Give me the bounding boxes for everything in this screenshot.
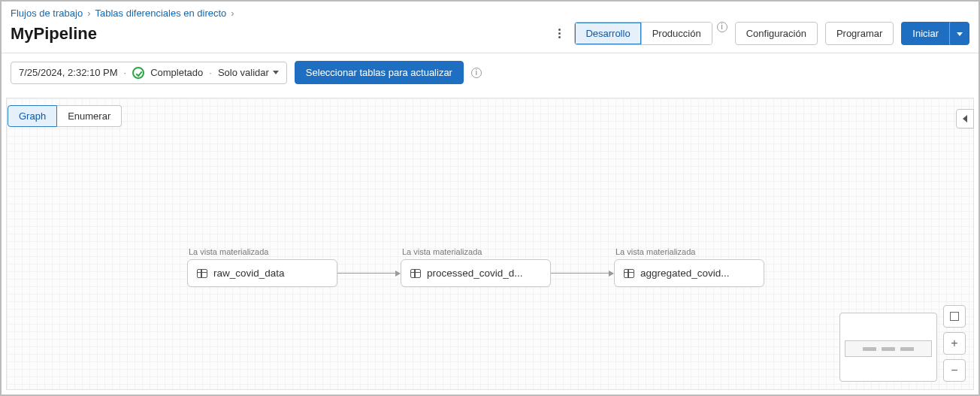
validate-only-dropdown[interactable]: Solo validar: [218, 67, 279, 78]
node-type-label: La vista materializada: [614, 247, 764, 256]
chevron-right-icon: ›: [87, 8, 90, 19]
tab-graph[interactable]: Graph: [8, 105, 57, 127]
info-icon[interactable]: i: [471, 68, 482, 78]
page-title: MyPipeline: [11, 24, 97, 44]
chevron-down-icon: [957, 32, 963, 36]
start-dropdown-button[interactable]: [950, 22, 969, 45]
breadcrumb: Flujos de trabajo › Tablas diferenciales…: [11, 8, 969, 19]
node-title: raw_covid_data: [213, 268, 285, 279]
schedule-button[interactable]: Programar: [825, 22, 894, 45]
node-type-label: La vista materializada: [401, 247, 551, 256]
chevron-right-icon: ›: [231, 8, 234, 19]
node-title: aggregated_covid...: [640, 268, 730, 279]
info-icon[interactable]: i: [717, 22, 727, 32]
edge: [337, 273, 400, 274]
more-options-button[interactable]: [555, 26, 564, 41]
chevron-down-icon: [273, 71, 279, 74]
chevron-left-icon: [963, 115, 967, 122]
edge: [551, 273, 613, 274]
node-type-label: La vista materializada: [187, 247, 337, 256]
breadcrumb-dlt[interactable]: Tablas diferenciales en directo: [95, 8, 226, 19]
zoom-out-button[interactable]: −: [943, 359, 966, 382]
node-processed-covid-data[interactable]: processed_covid_d...: [401, 259, 551, 287]
node-title: processed_covid_d...: [427, 268, 523, 279]
start-button[interactable]: Iniciar: [901, 22, 950, 45]
mode-development[interactable]: Desarrollo: [575, 23, 641, 44]
run-summary-pill[interactable]: 7/25/2024, 2:32:10 PM · Completado · Sol…: [11, 62, 287, 84]
start-split-button: Iniciar: [901, 22, 969, 45]
minimap-viewport: [845, 340, 932, 357]
table-icon: [410, 269, 421, 278]
minimap[interactable]: [839, 313, 937, 382]
zoom-in-button[interactable]: +: [943, 332, 966, 355]
pipeline-canvas[interactable]: La vista materializada raw_covid_data La…: [6, 98, 974, 390]
run-timestamp: 7/25/2024, 2:32:10 PM: [19, 67, 118, 78]
table-icon: [197, 269, 207, 278]
mode-toggle: Desarrollo Producción: [574, 22, 712, 45]
mode-production[interactable]: Producción: [642, 23, 712, 44]
run-status: Completado: [150, 67, 203, 78]
node-raw-covid-data[interactable]: raw_covid_data: [187, 259, 337, 287]
check-circle-icon: [132, 67, 144, 79]
collapse-panel-button[interactable]: [956, 109, 974, 128]
node-aggregated-covid-data[interactable]: aggregated_covid...: [614, 259, 764, 287]
expand-icon: [950, 312, 959, 321]
breadcrumb-workflows[interactable]: Flujos de trabajo: [11, 8, 83, 19]
select-tables-button[interactable]: Seleccionar tablas para actualizar: [295, 61, 464, 84]
table-icon: [624, 269, 634, 278]
tab-list[interactable]: Enumerar: [57, 105, 122, 127]
fullscreen-button[interactable]: [943, 305, 966, 328]
config-button[interactable]: Configuración: [735, 22, 818, 45]
